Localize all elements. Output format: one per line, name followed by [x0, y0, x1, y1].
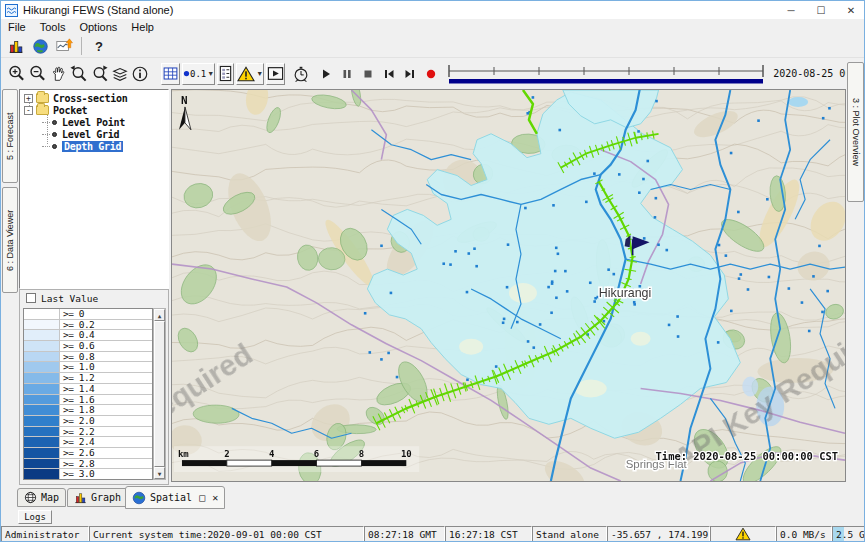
- legend-threshold-label: >= 3.0: [60, 469, 94, 479]
- warning-dropdown[interactable]: ▼: [236, 63, 264, 85]
- legend-threshold-label: >= 2.2: [60, 427, 94, 437]
- timeline-progress-bar: [449, 79, 763, 84]
- svg-text:4: 4: [269, 449, 274, 459]
- minimize-button[interactable]: ─: [776, 1, 806, 19]
- status-network-speed: 0.0 MB/s: [776, 526, 832, 542]
- legend-threshold-label: >= 2.0: [60, 416, 94, 426]
- pause-icon[interactable]: [340, 63, 354, 85]
- bar-chart-icon[interactable]: [5, 35, 27, 57]
- legend-color-swatch: [24, 405, 60, 415]
- tree-item-pocket[interactable]: - Pocket: [24, 104, 87, 116]
- profile-chart-icon[interactable]: [53, 35, 75, 57]
- scroll-up-icon[interactable]: ▲: [154, 309, 165, 321]
- svg-text:6: 6: [314, 449, 319, 459]
- menu-help[interactable]: Help: [124, 20, 161, 34]
- bottom-tab-bar: Map Graph Spatial □ ✕ Logs: [1, 485, 865, 525]
- logs-button[interactable]: Logs: [18, 510, 52, 524]
- warning-icon: [735, 527, 751, 541]
- legend-color-swatch: [24, 309, 60, 319]
- last-value-label: Last Value: [41, 293, 98, 304]
- legend-color-swatch: [24, 362, 60, 372]
- legend-icon[interactable]: [217, 63, 234, 85]
- left-tab-strip: 5 : Forecast 6 : Data Viewer: [1, 89, 19, 485]
- stop-icon[interactable]: [361, 63, 375, 85]
- legend-row[interactable]: >= 1.4: [24, 384, 152, 395]
- layers-icon[interactable]: [111, 63, 129, 85]
- map-toolbar: 0.1 ▼ ▼: [1, 58, 865, 89]
- threshold-dropdown[interactable]: 0.1 ▼: [182, 63, 215, 85]
- folder-icon: [36, 93, 49, 103]
- tab-forecast[interactable]: 5 : Forecast: [2, 89, 18, 183]
- zoom-next-icon[interactable]: [90, 63, 109, 85]
- tab-graph[interactable]: Graph: [67, 488, 128, 507]
- tab-maximize-icon[interactable]: □: [199, 492, 205, 503]
- status-warning[interactable]: [710, 526, 776, 542]
- scroll-down-icon[interactable]: ▼: [154, 467, 165, 479]
- timeline-slider[interactable]: [447, 63, 765, 85]
- tab-map[interactable]: Map: [17, 488, 66, 507]
- last-value-checkbox[interactable]: [26, 293, 36, 303]
- app-logo-icon: [5, 4, 18, 17]
- legend-threshold-label: >= 2.4: [60, 437, 94, 447]
- map-canvas[interactable]: API Key Required API Key Required N Hiku…: [171, 89, 846, 482]
- info-icon[interactable]: [131, 63, 149, 85]
- tree-item-level-point[interactable]: Level Point: [42, 116, 125, 128]
- collapse-icon[interactable]: -: [24, 106, 33, 115]
- map-time-label: Time: 2020-08-25 00:00:00 CST: [656, 450, 838, 462]
- window-title: Hikurangi FEWS (Stand alone): [23, 4, 173, 16]
- svg-text:10: 10: [401, 449, 412, 459]
- legend-panel: Last Value >= 0 >= 0.2 >= 0.4: [19, 289, 169, 485]
- title-bar: Hikurangi FEWS (Stand alone) ─ ☐ ✕: [1, 1, 865, 19]
- play-icon[interactable]: [319, 63, 333, 85]
- grid-icon[interactable]: [161, 63, 180, 85]
- bullet-icon: [52, 120, 57, 125]
- chevron-down-icon: ▼: [256, 70, 263, 77]
- legend-threshold-label: >= 1.6: [60, 395, 94, 405]
- skip-end-icon[interactable]: [403, 63, 417, 85]
- scrollbar-thumb[interactable]: [154, 321, 165, 467]
- legend-color-swatch: [24, 330, 60, 340]
- pan-hand-icon[interactable]: [49, 63, 67, 85]
- chevron-down-icon: ▼: [207, 70, 214, 77]
- legend-threshold-label: >= 0.6: [60, 341, 94, 351]
- menu-tools[interactable]: Tools: [33, 20, 73, 34]
- tab-close-icon[interactable]: ✕: [212, 492, 218, 503]
- close-button[interactable]: ✕: [836, 1, 865, 19]
- tree-item-depth-grid[interactable]: Depth Grid: [42, 140, 123, 152]
- bullet-icon: [52, 144, 57, 149]
- status-user: Administrator: [1, 526, 89, 542]
- tab-plot-overview[interactable]: 3 : Plot Overview: [847, 62, 864, 202]
- tree-item-level-grid[interactable]: Level Grid: [42, 128, 119, 140]
- legend-threshold-label: >= 1.8: [60, 405, 94, 415]
- legend-scrollbar[interactable]: ▲ ▼: [153, 308, 166, 480]
- tab-spatial[interactable]: Spatial □ ✕: [125, 486, 225, 509]
- status-coordinates: -35.657 , 174.199: [607, 526, 710, 542]
- globe-icon[interactable]: [29, 35, 51, 57]
- legend-threshold-label: >= 1.0: [60, 362, 94, 372]
- legend-color-swatch: [24, 469, 60, 479]
- timer-icon[interactable]: [292, 63, 310, 85]
- zoom-previous-icon[interactable]: [69, 63, 88, 85]
- menu-file[interactable]: File: [1, 20, 33, 34]
- legend-color-swatch: [24, 320, 60, 330]
- status-mode: Stand alone: [532, 526, 607, 542]
- svg-text:km: km: [178, 449, 189, 459]
- bullet-icon: [52, 132, 57, 137]
- help-icon[interactable]: ?: [88, 35, 110, 57]
- zoom-in-icon[interactable]: [7, 63, 26, 85]
- maximize-button[interactable]: ☐: [806, 1, 836, 19]
- legend-color-swatch: [24, 437, 60, 447]
- legend-row[interactable]: >= 2.0: [24, 416, 152, 427]
- legend-color-swatch: [24, 384, 60, 394]
- tab-data-viewer[interactable]: 6 : Data Viewer: [2, 187, 18, 293]
- legend-color-swatch: [24, 373, 60, 383]
- menu-bar: File Tools Options Help: [1, 19, 865, 35]
- menu-options[interactable]: Options: [72, 20, 124, 34]
- legend-threshold-label: >= 0: [60, 309, 84, 319]
- top-toolbar: ?: [1, 35, 865, 58]
- play-box-icon[interactable]: [266, 63, 285, 85]
- zoom-out-icon[interactable]: [28, 63, 47, 85]
- skip-start-icon[interactable]: [382, 63, 396, 85]
- expand-icon[interactable]: +: [24, 94, 33, 103]
- record-icon[interactable]: [424, 63, 438, 85]
